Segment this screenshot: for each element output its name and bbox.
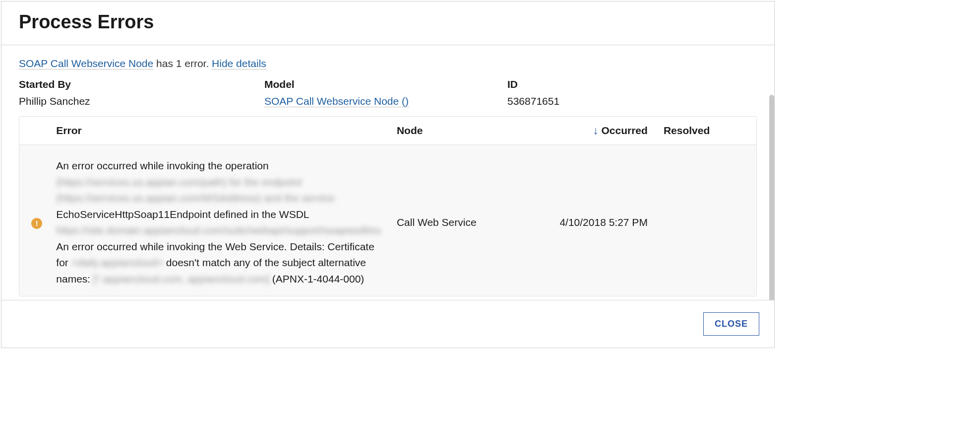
- dialog-footer: CLOSE: [1, 300, 774, 348]
- dialog-body: SOAP Call Webservice Node has 1 error. H…: [1, 45, 774, 300]
- col-header-occurred[interactable]: ↓ Occurred: [550, 117, 657, 145]
- row-error-cell: An error occurred while invoking the ope…: [49, 145, 390, 296]
- hide-details-link[interactable]: Hide details: [212, 58, 266, 70]
- close-button[interactable]: CLOSE: [703, 312, 759, 336]
- table-row: ! An error occurred while invoking the o…: [19, 145, 756, 296]
- started-by-column: Started By Phillip Sanchez: [19, 78, 264, 107]
- error-redacted: (https://services.us.appian.com/WSAddres…: [56, 190, 383, 207]
- error-line: for <daily.appiancloud> doesn't match an…: [56, 255, 383, 271]
- error-redacted: <daily.appiancloud>: [71, 257, 163, 268]
- started-by-value: Phillip Sanchez: [19, 95, 264, 107]
- info-row: Started By Phillip Sanchez Model SOAP Ca…: [19, 78, 757, 107]
- process-name-link[interactable]: SOAP Call Webservice Node: [19, 58, 153, 70]
- row-icon-cell: !: [19, 145, 49, 296]
- errors-table: Error Node ↓ Occurred Resolved: [19, 117, 756, 296]
- id-label: ID: [507, 78, 706, 90]
- row-node-cell: Call Web Service: [390, 145, 550, 296]
- row-occurred-cell: 4/10/2018 5:27 PM: [550, 145, 657, 296]
- error-redacted: (https://services.us.appian.com/path) fo…: [56, 174, 383, 191]
- summary-text: has 1 error.: [153, 58, 212, 69]
- error-summary: SOAP Call Webservice Node has 1 error. H…: [19, 58, 757, 70]
- warning-icon: !: [31, 218, 42, 229]
- col-header-node[interactable]: Node: [390, 117, 550, 145]
- error-line: EchoServiceHttpSoap11Endpoint defined in…: [56, 207, 383, 223]
- table-header-row: Error Node ↓ Occurred Resolved: [19, 117, 756, 145]
- error-redacted: [*.appiancloud.com, appiancloud.com]: [93, 273, 269, 285]
- scrollbar[interactable]: [769, 95, 774, 300]
- errors-table-wrap: Error Node ↓ Occurred Resolved: [19, 116, 757, 296]
- model-link[interactable]: SOAP Call Webservice Node (): [264, 95, 409, 107]
- occurred-header-text: Occurred: [602, 125, 648, 137]
- process-errors-dialog: Process Errors SOAP Call Webservice Node…: [1, 1, 775, 348]
- model-column: Model SOAP Call Webservice Node (): [264, 78, 507, 107]
- col-header-error[interactable]: Error: [49, 117, 390, 145]
- model-label: Model: [264, 78, 507, 90]
- dialog-header: Process Errors: [1, 1, 774, 45]
- col-header-resolved[interactable]: Resolved: [657, 117, 756, 145]
- error-line: An error occurred while invoking the ope…: [56, 158, 383, 174]
- error-redacted: https://site.domain.appiancloud.com/suit…: [56, 222, 383, 239]
- started-by-label: Started By: [19, 78, 264, 90]
- sort-descending-icon: ↓: [593, 125, 599, 136]
- row-resolved-cell: [657, 145, 756, 296]
- error-line: names: [*.appiancloud.com, appiancloud.c…: [56, 271, 383, 287]
- col-header-icon: [19, 117, 49, 145]
- id-value: 536871651: [507, 95, 706, 107]
- error-line: An error occurred while invoking the Web…: [56, 239, 383, 255]
- id-column: ID 536871651: [507, 78, 706, 107]
- dialog-title: Process Errors: [19, 11, 757, 33]
